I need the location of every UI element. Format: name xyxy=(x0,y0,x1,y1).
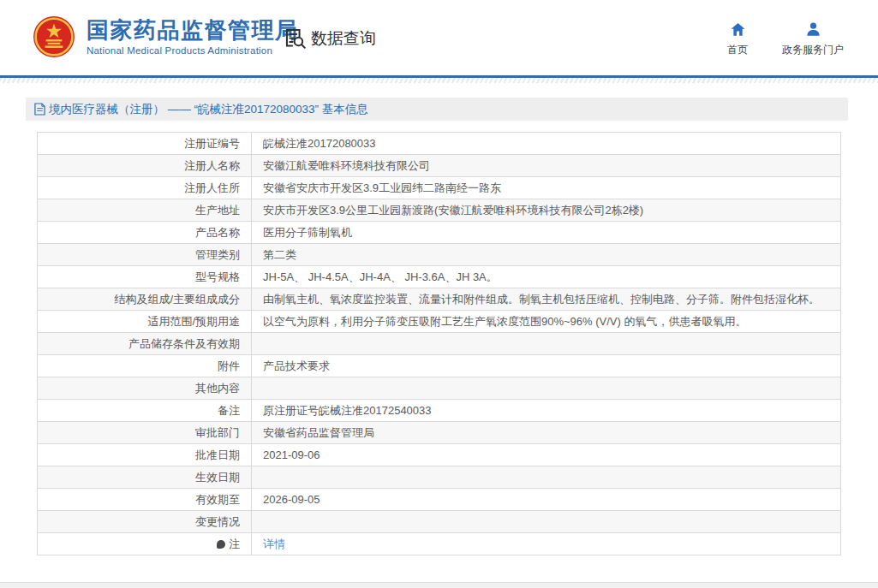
home-icon xyxy=(730,21,746,38)
row-label: 有效期至 xyxy=(195,493,240,506)
row-label-cell: 变更情况 xyxy=(38,511,252,533)
row-value: 以空气为原料，利用分子筛变压吸附工艺生产氧浓度范围90%~96% (V/V) 的… xyxy=(263,315,746,328)
row-label: 适用范围/预期用途 xyxy=(147,315,240,328)
table-row: 批准日期2021-09-06 xyxy=(38,444,841,466)
table-row: 其他内容 xyxy=(38,377,841,400)
info-table: 注册证编号皖械注准20172080033注册人名称安徽江航爱唯科环境科技有限公司… xyxy=(37,132,841,555)
row-value-cell xyxy=(252,511,841,533)
table-row: 管理类别第二类 xyxy=(38,244,841,266)
note-icon xyxy=(217,540,225,549)
row-label-cell: 注册人住所 xyxy=(38,177,252,199)
row-label: 注 xyxy=(229,538,240,550)
row-label: 生产地址 xyxy=(195,204,240,217)
row-label: 备注 xyxy=(218,404,240,417)
row-value-cell: 由制氧主机、氧浓度监控装置、流量计和附件组成。制氧主机包括压缩机、控制电路、分子… xyxy=(252,288,841,311)
row-label-cell: 结构及组成/主要组成成分 xyxy=(38,288,252,311)
table-row: 备注原注册证号皖械注准20172540033 xyxy=(38,400,841,422)
data-query-link[interactable]: 数据查询 xyxy=(284,27,376,50)
nav-item-label: 政务服务门户 xyxy=(782,43,844,57)
row-label: 注册人住所 xyxy=(184,181,240,194)
row-value-cell: 2026-09-05 xyxy=(252,489,841,511)
row-label: 注册证编号 xyxy=(184,137,240,150)
nav-item-home[interactable]: 首页 xyxy=(727,21,748,57)
org-name-cn: 国家药品监督管理局 xyxy=(87,18,299,43)
nav-item-portal[interactable]: 政务服务门户 xyxy=(782,21,844,57)
info-table-wrap: 注册证编号皖械注准20172080033注册人名称安徽江航爱唯科环境科技有限公司… xyxy=(37,132,841,555)
row-label: 型号规格 xyxy=(195,270,240,283)
nmpa-logo[interactable]: 国家药品监督管理局 National Medical Products Admi… xyxy=(33,15,299,58)
detail-link[interactable]: 详情 xyxy=(263,538,285,550)
table-row: 审批部门安徽省药品监督管理局 xyxy=(38,422,841,444)
row-label-cell: 生产地址 xyxy=(38,199,252,222)
row-value-cell: 产品技术要求 xyxy=(252,355,841,377)
row-label-cell: 注册证编号 xyxy=(38,133,252,155)
row-value-cell: 安庆市开发区3.9公里工业园新渡路(安徽江航爱唯科环境科技有限公司2栋2楼) xyxy=(252,199,841,222)
site-header: 国家药品监督管理局 National Medical Products Admi… xyxy=(0,0,878,75)
row-value-cell: 安徽省药品监督管理局 xyxy=(252,422,841,444)
row-label-cell: 注 xyxy=(38,533,252,555)
table-row: 附件产品技术要求 xyxy=(38,355,841,377)
row-label: 附件 xyxy=(218,359,240,372)
row-label-cell: 批准日期 xyxy=(38,444,252,466)
nav-item-label: 首页 xyxy=(727,43,748,57)
row-value-cell: JH-5A、 JH-4.5A、JH-4A、 JH-3.6A、JH 3A。 xyxy=(252,266,841,288)
info-table-body: 注册证编号皖械注准20172080033注册人名称安徽江航爱唯科环境科技有限公司… xyxy=(38,133,841,555)
row-label: 产品储存条件及有效期 xyxy=(128,337,240,350)
page-title: 境内医疗器械（注册） —— “皖械注准20172080033” 基本信息 xyxy=(49,102,368,117)
row-value: 第二类 xyxy=(263,248,296,261)
row-value-cell xyxy=(252,333,841,355)
row-value-cell: 安徽省安庆市开发区3.9工业园纬二路南经一路东 xyxy=(252,177,841,199)
row-value: 2026-09-05 xyxy=(263,493,320,506)
row-value: 原注册证号皖械注准20172540033 xyxy=(263,404,432,417)
row-label: 结构及组成/主要组成成分 xyxy=(114,293,240,306)
org-names: 国家药品监督管理局 National Medical Products Admi… xyxy=(87,18,299,56)
row-label-cell: 备注 xyxy=(38,400,252,422)
row-label-cell: 附件 xyxy=(38,355,252,377)
row-value: 安徽省药品监督管理局 xyxy=(263,426,374,439)
row-label-cell: 型号规格 xyxy=(38,266,252,288)
row-value: 2021-09-06 xyxy=(263,448,320,461)
org-name-en: National Medical Products Administration xyxy=(87,45,299,56)
table-row: 生效日期 xyxy=(38,466,841,489)
row-value-cell: 以空气为原料，利用分子筛变压吸附工艺生产氧浓度范围90%~96% (V/V) 的… xyxy=(252,311,841,333)
table-row: 结构及组成/主要组成成分由制氧主机、氧浓度监控装置、流量计和附件组成。制氧主机包… xyxy=(38,288,841,311)
row-value-cell: 皖械注准20172080033 xyxy=(252,133,841,155)
row-label-cell: 有效期至 xyxy=(38,489,252,511)
row-label-cell: 审批部门 xyxy=(38,422,252,444)
row-value: JH-5A、 JH-4.5A、JH-4A、 JH-3.6A、JH 3A。 xyxy=(263,270,498,283)
row-value-cell: 详情 xyxy=(252,533,841,555)
row-label-cell: 生效日期 xyxy=(38,466,252,489)
row-value-cell: 安徽江航爱唯科环境科技有限公司 xyxy=(252,155,841,177)
table-row: 注册人住所安徽省安庆市开发区3.9工业园纬二路南经一路东 xyxy=(38,177,841,199)
row-label-cell: 产品储存条件及有效期 xyxy=(38,333,252,355)
row-value: 皖械注准20172080033 xyxy=(263,137,376,150)
row-value-cell: 医用分子筛制氧机 xyxy=(252,222,841,244)
row-value: 安庆市开发区3.9公里工业园新渡路(安徽江航爱唯科环境科技有限公司2栋2楼) xyxy=(263,204,643,217)
page-title-bar: 境内医疗器械（注册） —— “皖械注准20172080033” 基本信息 xyxy=(26,98,848,121)
table-row: 注册人名称安徽江航爱唯科环境科技有限公司 xyxy=(38,155,841,177)
table-row: 注册证编号皖械注准20172080033 xyxy=(38,133,841,155)
row-label: 生效日期 xyxy=(195,471,240,484)
national-emblem-icon xyxy=(33,15,75,58)
row-label: 管理类别 xyxy=(195,248,240,261)
table-row: 变更情况 xyxy=(38,511,841,533)
row-label: 变更情况 xyxy=(195,515,240,528)
document-search-icon xyxy=(284,27,307,50)
row-value-cell xyxy=(252,466,841,489)
row-value-cell xyxy=(252,377,841,400)
table-row: 适用范围/预期用途以空气为原料，利用分子筛变压吸附工艺生产氧浓度范围90%~96… xyxy=(38,311,841,333)
row-value-cell: 第二类 xyxy=(252,244,841,266)
footer-strip xyxy=(0,582,878,588)
row-label: 批准日期 xyxy=(195,448,240,461)
table-row: 产品名称医用分子筛制氧机 xyxy=(38,222,841,244)
top-nav: 首页 政务服务门户 xyxy=(727,21,844,57)
row-label: 产品名称 xyxy=(195,226,240,239)
row-value: 安徽江航爱唯科环境科技有限公司 xyxy=(263,159,430,172)
user-icon xyxy=(805,21,821,38)
header-hatch-strip xyxy=(0,78,878,83)
row-value-cell: 原注册证号皖械注准20172540033 xyxy=(252,400,841,422)
table-row: 生产地址安庆市开发区3.9公里工业园新渡路(安徽江航爱唯科环境科技有限公司2栋2… xyxy=(38,199,841,222)
table-row: 有效期至2026-09-05 xyxy=(38,489,841,511)
row-label-cell: 适用范围/预期用途 xyxy=(38,311,252,333)
row-label-cell: 产品名称 xyxy=(38,222,252,244)
